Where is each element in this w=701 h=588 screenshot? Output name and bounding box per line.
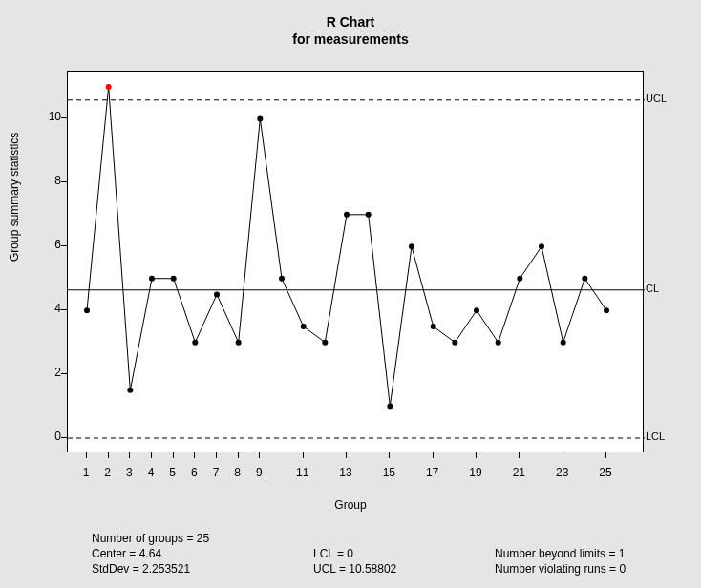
x-tick-label: 21 <box>507 466 530 479</box>
stat-num-groups: Number of groups = 25 <box>92 531 313 546</box>
svg-point-17 <box>387 404 393 410</box>
svg-point-13 <box>301 324 307 329</box>
x-tick-label: 13 <box>334 466 357 479</box>
x-tick-label: 4 <box>139 466 162 479</box>
svg-point-4 <box>106 84 112 90</box>
chart-svg <box>68 72 643 452</box>
svg-point-19 <box>431 324 436 329</box>
svg-point-27 <box>604 307 609 313</box>
svg-point-9 <box>214 291 220 297</box>
stat-violating: Number violating runs = 0 <box>495 561 701 577</box>
x-tick-label: 9 <box>247 466 270 479</box>
lcl-label: LCL <box>646 430 665 442</box>
x-tick-label: 1 <box>74 466 97 479</box>
stat-beyond: Number beyond limits = 1 <box>495 546 701 561</box>
svg-point-18 <box>409 243 414 249</box>
x-tick-label: 7 <box>204 466 227 479</box>
y-tick-label: 10 <box>32 110 61 123</box>
svg-point-26 <box>582 276 587 282</box>
svg-point-3 <box>84 307 90 313</box>
y-tick-label: 6 <box>32 238 61 251</box>
svg-point-6 <box>149 276 155 282</box>
svg-point-14 <box>322 340 328 346</box>
y-axis-label: Group summary statistics <box>8 133 21 262</box>
stat-ucl: UCL = 10.58802 <box>313 561 495 577</box>
svg-point-11 <box>257 116 263 121</box>
svg-point-24 <box>539 243 544 249</box>
chart-subtitle: for measurements <box>0 31 701 48</box>
svg-point-23 <box>517 276 522 282</box>
x-tick-label: 5 <box>161 466 184 479</box>
svg-point-16 <box>366 212 372 218</box>
svg-point-25 <box>561 340 566 346</box>
y-tick-label: 0 <box>32 430 61 443</box>
svg-point-12 <box>279 276 285 282</box>
x-tick-label: 17 <box>421 466 444 479</box>
stat-lcl: LCL = 0 <box>313 546 495 561</box>
x-tick-label: 6 <box>182 466 205 479</box>
x-tick-label: 25 <box>594 466 617 479</box>
svg-point-22 <box>496 340 501 346</box>
svg-point-10 <box>236 340 242 346</box>
y-tick-label: 2 <box>32 366 61 379</box>
y-tick-label: 4 <box>32 302 61 315</box>
x-tick-label: 23 <box>551 466 574 479</box>
x-tick-label: 15 <box>377 466 400 479</box>
x-tick-label: 3 <box>117 466 140 479</box>
plot-area <box>67 71 644 452</box>
stat-stddev: StdDev = 2.253521 <box>92 561 313 577</box>
cl-label: CL <box>646 283 659 294</box>
chart-title: R Chart <box>0 13 701 31</box>
svg-point-7 <box>171 276 177 282</box>
svg-point-8 <box>192 340 198 346</box>
x-tick-label: 8 <box>226 466 249 479</box>
svg-point-20 <box>452 340 457 346</box>
stats-block: Number of groups = 25 Center = 4.64 LCL … <box>92 531 701 578</box>
svg-point-15 <box>344 212 350 218</box>
ucl-label: UCL <box>646 93 667 104</box>
x-tick-label: 19 <box>464 466 487 479</box>
x-axis-label: Group <box>0 498 701 512</box>
chart-title-block: R Chart for measurements <box>0 0 701 48</box>
svg-point-5 <box>127 388 133 393</box>
x-tick-label: 11 <box>291 466 314 479</box>
stat-center: Center = 4.64 <box>92 546 313 561</box>
y-tick-label: 8 <box>32 174 61 187</box>
x-tick-label: 2 <box>96 466 119 479</box>
svg-point-21 <box>474 307 479 313</box>
